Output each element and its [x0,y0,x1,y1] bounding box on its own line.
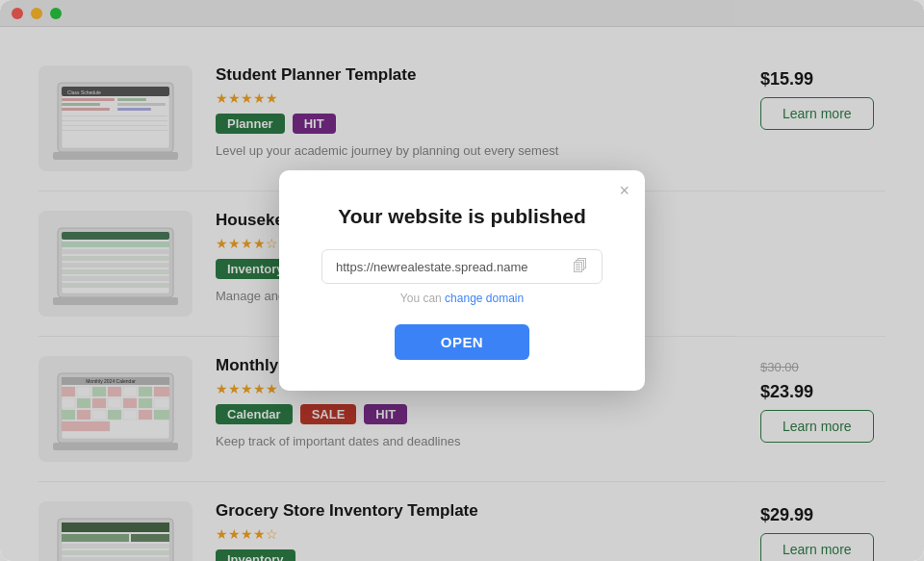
change-domain-link[interactable]: change domain [445,292,524,305]
app-window: Class Schedule Student Planner Template★… [0,0,924,561]
close-icon: × [619,181,629,200]
popup-overlay: × Your website is published https://newr… [0,0,924,561]
domain-hint-text: You can [400,292,442,305]
popup-title: Your website is published [321,205,603,228]
popup-url: https://newrealestate.spread.name [336,260,565,274]
popup-domain-hint: You can change domain [321,292,603,305]
published-popup: × Your website is published https://newr… [279,170,645,391]
popup-close-button[interactable]: × [619,182,629,199]
copy-icon[interactable]: 🗐 [573,258,588,275]
popup-url-row: https://newrealestate.spread.name 🗐 [321,249,603,284]
open-website-button[interactable]: OPEN [395,324,529,360]
